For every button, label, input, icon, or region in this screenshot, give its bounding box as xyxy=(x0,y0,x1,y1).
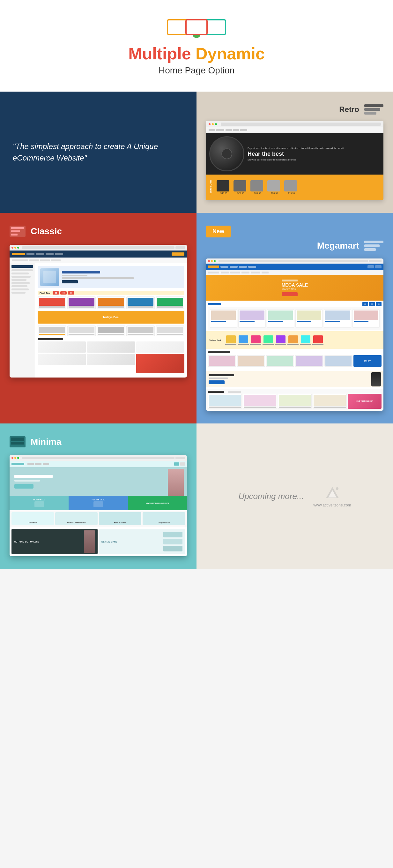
classic-icon-box xyxy=(9,226,26,237)
minima-categories: Medicine Medical Accessories Kids & Mums… xyxy=(9,510,187,527)
minima-hero-person xyxy=(168,469,184,496)
classic-categories xyxy=(38,338,185,373)
activeit-logo: www.activeitzone.com xyxy=(314,485,351,507)
mm-deal-label: Today's Deal xyxy=(208,339,224,342)
mm-feat-2 xyxy=(237,355,265,367)
classic-header: Classic xyxy=(9,226,187,237)
min-cat-label-2: Medical Accessories xyxy=(67,522,86,524)
minima-cat-grid: Medicine Medical Accessories Kids & Mums… xyxy=(11,512,185,525)
min-url-bar xyxy=(22,457,174,459)
retro-product-2: $29.99 xyxy=(233,180,248,194)
mm-dot-g xyxy=(214,260,216,262)
mm-flash-4 xyxy=(295,309,323,328)
mm-nav-right xyxy=(367,265,382,268)
promo-dental-card: DENTAL CARE xyxy=(99,529,185,554)
mm-nav-2 xyxy=(230,266,238,268)
classic-main: Flash Box 00 00 00 xyxy=(35,263,187,377)
cbrowser-dot-y xyxy=(14,247,16,249)
promo-flash-text: FLASH SALE xyxy=(33,499,45,508)
classic-section: Classic xyxy=(0,213,197,424)
minima-browser-bar xyxy=(9,455,187,461)
deal-prod-2 xyxy=(67,326,96,336)
promo-dental-items xyxy=(163,532,183,552)
promo-dental-text-block: DENTAL CARE xyxy=(101,540,118,543)
mm-nav-3 xyxy=(239,266,247,268)
mm-shop-btn-tech xyxy=(208,380,225,384)
mm-best-header xyxy=(208,391,382,393)
mm-deal-items xyxy=(225,335,382,345)
promo-nothing-person xyxy=(84,530,95,553)
mm-dot-r xyxy=(208,260,210,262)
mm-tech-sub xyxy=(208,377,228,379)
title-multiple: Multiple xyxy=(128,44,196,63)
mm-browser-bar xyxy=(206,258,384,264)
min-cat-label-3: Kids & Mums xyxy=(114,522,126,524)
url-bar xyxy=(221,123,381,126)
promo-dental-text: DENTAL CARE xyxy=(101,540,118,543)
mm-featured-title xyxy=(208,351,230,353)
cbrowser-dot-r xyxy=(11,247,13,249)
header-section: ✓ Multiple Dynamic Home Page Option xyxy=(0,0,393,92)
deal-label: Todays Deal xyxy=(209,180,212,195)
new-badge: New xyxy=(206,226,231,238)
mm-dot-y xyxy=(211,260,213,262)
minima-screenshot: FLASH SALE TODAYS DEAL NEW IN ACTIVE ECO… xyxy=(9,455,187,556)
mm-hero: MEGA SALE ENJOY 40% xyxy=(206,275,384,301)
mm-flash-5 xyxy=(324,309,351,328)
minima-promo-big: NOTHING BUT UNLESS DENTAL CARE xyxy=(9,527,187,556)
product-card-5 xyxy=(156,297,185,309)
minima-icon-top xyxy=(11,437,24,441)
mm-feat-4 xyxy=(295,355,323,367)
megamart-section: New Megamart xyxy=(197,213,393,424)
megamart-screenshot: MEGA SALE ENJOY 40% 00 00 00 xyxy=(206,258,384,411)
mm-flash-row xyxy=(208,307,382,330)
mm-deal-4 xyxy=(263,335,274,345)
mm-shop-btn xyxy=(282,292,298,296)
promo-new-label: NEW IN ACTIVE ECOMMERCE xyxy=(146,502,169,504)
mm-timer: 00 00 00 xyxy=(362,302,382,306)
min-action-area xyxy=(175,457,185,459)
mm-featured: 67% OFF xyxy=(206,349,384,371)
mm-today-deal: Today's Deal xyxy=(206,331,384,349)
classic-hero-line1 xyxy=(62,275,88,276)
mm-deal-5 xyxy=(275,335,286,345)
mm-deal-6 xyxy=(287,335,299,345)
mm-tech-banner xyxy=(206,371,384,387)
min-dot-r xyxy=(11,457,13,459)
mm-hero-sub: ENJOY 40% xyxy=(282,287,308,290)
minima-nav xyxy=(9,461,187,467)
promo-nothing-text-block: NOTHING BUT UNLESS xyxy=(14,540,39,543)
mm-hero-content: MEGA SALE ENJOY 40% xyxy=(282,280,308,296)
caction-area xyxy=(175,246,185,249)
min-dot-y xyxy=(14,457,16,459)
cbrowser-dot-g xyxy=(17,247,19,249)
min-cat-kids: Kids & Mums xyxy=(99,512,141,525)
classic-sidebar xyxy=(9,263,35,377)
categories-grid xyxy=(38,341,185,373)
mm-flash-title xyxy=(208,303,221,305)
min-cat-label-1: Medicine xyxy=(29,522,37,524)
minima-hero xyxy=(9,467,187,496)
quote-section: "The simplest approach to create A Uniqu… xyxy=(0,92,197,213)
browser-dot-red xyxy=(208,123,210,125)
mm-deal-1 xyxy=(225,335,236,345)
mm-feat-1 xyxy=(208,355,236,367)
deal-prod-1 xyxy=(38,326,66,336)
min-cat-medicine: Medicine xyxy=(11,512,54,525)
megamart-header: Megamart xyxy=(206,241,384,251)
retro-icon xyxy=(364,104,384,115)
classic-more-products xyxy=(38,326,185,336)
header-subtitle: Home Page Option xyxy=(6,65,387,75)
mm-new-prod-title xyxy=(228,391,241,393)
min-cat-body: Body Fitness xyxy=(142,512,185,525)
min-cat-label-4: Body Fitness xyxy=(158,522,170,524)
minima-icon-box xyxy=(9,436,26,447)
upcoming-text: Upcoming more... xyxy=(238,491,304,501)
mm-flash-2 xyxy=(238,309,265,328)
minima-label: Minima xyxy=(31,437,61,447)
retro-section: Retro xyxy=(197,92,393,213)
product-card-1 xyxy=(38,297,66,309)
classic-hero-image xyxy=(40,268,59,286)
min-dot-g xyxy=(17,457,19,459)
retro-hero-title: Hear the best xyxy=(248,151,344,157)
